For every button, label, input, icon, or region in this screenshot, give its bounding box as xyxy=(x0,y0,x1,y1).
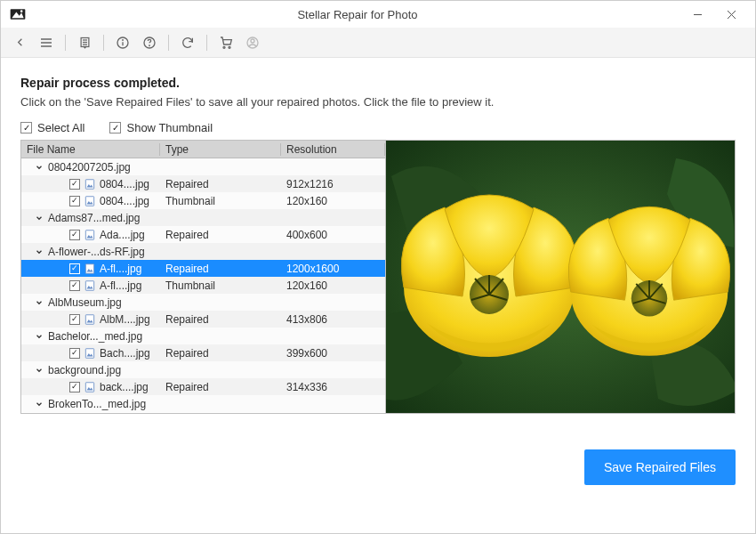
row-checkbox[interactable] xyxy=(69,230,80,240)
separator xyxy=(206,35,207,51)
checkbox-icon xyxy=(20,122,32,134)
separator xyxy=(103,35,104,51)
file-name: AlbMuseum.jpg xyxy=(48,296,122,309)
chevron-down-icon[interactable] xyxy=(34,331,44,342)
info-button[interactable] xyxy=(111,31,134,54)
tree-header: File Name Type Resolution xyxy=(21,141,385,158)
svg-point-18 xyxy=(223,46,225,48)
tree-child-row[interactable]: 0804....jpgRepaired912x1216 xyxy=(21,175,385,192)
save-repaired-files-button[interactable]: Save Repaired Files xyxy=(584,449,736,485)
user-button[interactable] xyxy=(241,31,264,54)
file-name: background.jpg xyxy=(48,364,121,376)
cell-type: Repaired xyxy=(160,313,281,326)
tree-body[interactable]: 08042007205.jpg0804....jpgRepaired912x12… xyxy=(21,158,385,413)
preview-panel[interactable] xyxy=(386,141,735,413)
close-button[interactable] xyxy=(714,1,748,28)
column-header-type[interactable]: Type xyxy=(160,143,281,156)
svg-rect-34 xyxy=(85,348,93,358)
toolbar xyxy=(1,28,755,58)
svg-point-21 xyxy=(251,39,254,43)
file-name: Ada....jpg xyxy=(100,229,145,241)
chevron-down-icon[interactable] xyxy=(34,399,44,409)
row-checkbox[interactable] xyxy=(69,382,80,392)
cell-type: Thumbnail xyxy=(160,195,281,207)
svg-rect-32 xyxy=(85,314,93,324)
svg-point-2 xyxy=(20,10,23,12)
chevron-down-icon[interactable] xyxy=(34,247,44,257)
file-icon xyxy=(84,195,96,207)
tree-group-row[interactable]: background.jpg xyxy=(21,361,385,378)
cell-resolution: 912x1216 xyxy=(281,178,385,190)
tree-child-row[interactable]: back....jpgRepaired314x336 xyxy=(21,378,385,395)
svg-rect-28 xyxy=(85,263,93,273)
title-bar: Stellar Repair for Photo xyxy=(1,1,755,28)
tree-child-row[interactable]: Bach....jpgRepaired399x600 xyxy=(21,344,385,361)
tree-group-row[interactable]: AlbMuseum.jpg xyxy=(21,294,385,311)
cell-resolution: 120x160 xyxy=(281,195,385,207)
row-checkbox[interactable] xyxy=(69,263,80,274)
cell-type: Repaired xyxy=(160,347,281,360)
checkbox-icon xyxy=(109,122,121,134)
cell-resolution: 120x160 xyxy=(281,279,385,292)
options-row: Select All Show Thumbnail xyxy=(20,121,736,134)
tree-child-row[interactable]: A-fl....jpgThumbnail120x160 xyxy=(21,277,385,294)
chevron-down-icon[interactable] xyxy=(34,297,44,308)
chevron-down-icon[interactable] xyxy=(34,162,44,173)
minimize-button[interactable] xyxy=(680,1,714,28)
select-all-checkbox[interactable]: Select All xyxy=(20,121,84,134)
tree-child-row[interactable]: Ada....jpgRepaired400x600 xyxy=(21,226,385,243)
tree-child-row[interactable]: AlbM....jpgRepaired413x806 xyxy=(21,311,385,328)
svg-rect-26 xyxy=(85,230,93,239)
tree-child-row[interactable]: A-fl....jpgRepaired1200x1600 xyxy=(21,260,385,277)
tree-group-row[interactable]: BrokenTo..._med.jpg xyxy=(21,395,385,412)
file-icon xyxy=(84,229,96,241)
menu-button[interactable] xyxy=(35,31,58,54)
chevron-down-icon[interactable] xyxy=(34,213,44,223)
file-name: A-fl....jpg xyxy=(100,263,141,275)
footer: Save Repaired Files xyxy=(20,414,736,485)
file-icon xyxy=(84,263,96,275)
svg-point-15 xyxy=(123,39,124,40)
row-checkbox[interactable] xyxy=(69,314,80,325)
list-button[interactable] xyxy=(73,31,96,54)
cell-type: Repaired xyxy=(160,178,281,190)
column-header-resolution[interactable]: Resolution xyxy=(281,143,385,156)
file-name: A-flower-...ds-RF.jpg xyxy=(48,246,145,258)
chevron-down-icon[interactable] xyxy=(34,365,44,376)
cell-resolution: 1200x1600 xyxy=(281,263,385,275)
svg-rect-36 xyxy=(85,382,93,392)
tree-group-row[interactable]: A-flower-...ds-RF.jpg xyxy=(21,243,385,260)
file-name: BrokenTo..._med.jpg xyxy=(48,398,146,410)
svg-point-19 xyxy=(229,46,230,48)
preview-image xyxy=(386,141,735,413)
content-area: Repair process completed. Click on the '… xyxy=(1,58,755,533)
file-name: Bachelor..._med.jpg xyxy=(48,330,142,343)
svg-point-17 xyxy=(149,45,150,46)
svg-rect-22 xyxy=(85,179,93,189)
tree-group-row[interactable]: Adams87...med.jpg xyxy=(21,209,385,226)
column-header-name[interactable]: File Name xyxy=(21,143,160,156)
file-name: Bach....jpg xyxy=(100,347,150,360)
cell-resolution: 400x600 xyxy=(281,229,385,241)
row-checkbox[interactable] xyxy=(69,280,80,291)
row-checkbox[interactable] xyxy=(69,196,80,206)
file-name: 08042007205.jpg xyxy=(48,161,131,174)
cell-resolution: 413x806 xyxy=(281,313,385,326)
row-checkbox[interactable] xyxy=(69,348,80,359)
file-name: Adams87...med.jpg xyxy=(48,212,140,224)
back-button[interactable] xyxy=(8,31,31,54)
cart-button[interactable] xyxy=(214,31,237,54)
tree-group-row[interactable]: 08042007205.jpg xyxy=(21,158,385,175)
refresh-button[interactable] xyxy=(176,31,199,54)
help-button[interactable] xyxy=(138,31,161,54)
cell-type: Thumbnail xyxy=(160,279,281,292)
row-checkbox[interactable] xyxy=(69,179,80,190)
cell-type: Repaired xyxy=(160,229,281,241)
cell-resolution: 399x600 xyxy=(281,347,385,360)
file-tree-panel: File Name Type Resolution 08042007205.jp… xyxy=(21,141,386,413)
tree-group-row[interactable]: Bachelor..._med.jpg xyxy=(21,328,385,344)
cell-resolution: 314x336 xyxy=(281,381,385,393)
app-icon xyxy=(8,4,28,24)
tree-child-row[interactable]: 0804....jpgThumbnail120x160 xyxy=(21,192,385,209)
show-thumbnail-checkbox[interactable]: Show Thumbnail xyxy=(109,121,213,134)
